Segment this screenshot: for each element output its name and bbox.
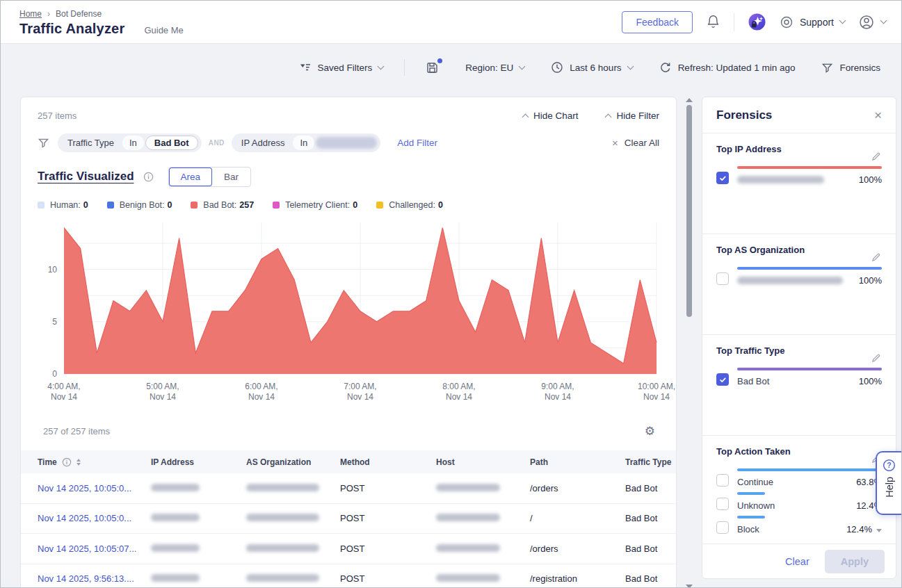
legend-item[interactable]: Telemetry Client:0 xyxy=(273,200,357,210)
column-header-traffic-type: Traffic Type xyxy=(625,457,676,467)
cell-traffic-type: Bad Bot xyxy=(625,573,676,584)
notifications-bell-icon[interactable] xyxy=(706,15,720,29)
forensics-section-title: Top Traffic Type xyxy=(716,343,784,356)
refresh-label: Refresh: Updated 1 min ago xyxy=(678,63,796,73)
save-filter-button[interactable] xyxy=(426,61,439,74)
items-count: 257 items xyxy=(38,111,76,121)
legend-swatch xyxy=(107,202,114,209)
help-label: Help xyxy=(884,477,895,498)
legend-item[interactable]: Bad Bot:257 xyxy=(191,200,254,210)
time-range-dropdown[interactable]: Last 6 hours xyxy=(551,61,632,74)
checkbox[interactable] xyxy=(716,521,729,534)
saved-filters-dropdown[interactable]: Saved Filters xyxy=(299,61,384,74)
edit-pencil-icon[interactable] xyxy=(871,252,882,263)
forensics-toggle[interactable]: Forensics xyxy=(821,62,880,74)
legend-item[interactable]: Benign Bot:0 xyxy=(107,200,172,210)
table-count: 257 of 257 items xyxy=(42,426,110,436)
table-settings-gear-icon[interactable]: ⚙ xyxy=(645,425,655,437)
support-icon xyxy=(780,15,794,29)
filter-chip-ip-address[interactable]: IP Address In xyxy=(232,133,380,152)
info-icon[interactable] xyxy=(143,172,154,182)
question-icon: ? xyxy=(883,459,896,472)
forensics-bar-fill xyxy=(737,368,882,370)
scroll-up-arrow[interactable] xyxy=(686,98,693,102)
svg-text:10:00 AM,: 10:00 AM, xyxy=(638,382,675,391)
breadcrumb-current: Bot Defense xyxy=(56,9,102,19)
cell-time-link[interactable]: Nov 14 2025, 10:05:07... xyxy=(38,544,151,554)
apply-button[interactable]: Apply xyxy=(825,550,885,573)
panel-scrollbar xyxy=(677,97,702,588)
cell-host-masked xyxy=(436,573,530,584)
legend-item[interactable]: Challenged:0 xyxy=(376,200,443,210)
checkbox[interactable] xyxy=(716,474,729,487)
forensics-bar-fill xyxy=(737,468,882,471)
cell-time-link[interactable]: Nov 14 2025, 10:05:0... xyxy=(38,513,151,523)
app-window: Home › Bot Defense Traffic Analyzer Guid… xyxy=(0,0,902,588)
funnel-icon xyxy=(821,62,833,74)
checkbox[interactable] xyxy=(716,373,729,386)
svg-text:6:00 AM,: 6:00 AM, xyxy=(245,382,277,391)
checkbox[interactable] xyxy=(716,272,729,285)
clear-button[interactable]: Clear xyxy=(785,556,810,567)
hide-chart-button[interactable]: Hide Chart xyxy=(523,111,579,121)
cell-traffic-type: Bad Bot xyxy=(625,483,676,493)
ai-assistant-icon[interactable] xyxy=(748,13,766,31)
masked-value xyxy=(737,277,843,284)
checkbox[interactable] xyxy=(716,172,729,184)
chevron-down-icon xyxy=(378,63,385,70)
cell-traffic-type: Bad Bot xyxy=(625,513,676,523)
region-dropdown[interactable]: Region: EU xyxy=(465,63,524,73)
chart-mode-bar[interactable]: Bar xyxy=(212,168,250,186)
account-menu[interactable] xyxy=(858,14,886,31)
guide-me-link[interactable]: Guide Me xyxy=(144,25,183,35)
forensics-section-title: Top AS Organization xyxy=(716,243,805,255)
caret-down-icon[interactable] xyxy=(876,529,882,532)
cell-time-link[interactable]: Nov 14 2025, 10:05:0... xyxy=(38,483,151,493)
filter-chip-traffic-type[interactable]: Traffic Type In Bad Bot xyxy=(58,133,202,152)
scroll-down-arrow[interactable] xyxy=(686,585,693,588)
chevron-down-icon xyxy=(839,17,846,24)
cell-as-org-masked xyxy=(246,513,340,523)
forensics-item: Bad Bot100% xyxy=(716,366,882,387)
forensics-bar xyxy=(737,267,882,270)
forensics-item: Continue63.8% xyxy=(716,466,882,488)
forensics-bar-fill xyxy=(737,492,765,495)
support-label: Support xyxy=(800,17,834,28)
cell-time-link[interactable]: Nov 14 2025, 9:56:13.... xyxy=(38,573,151,584)
hide-filter-button[interactable]: Hide Filter xyxy=(606,111,659,121)
forensics-item-label: Continue xyxy=(737,477,773,487)
scrollbar-thumb[interactable] xyxy=(686,105,692,317)
filter-value-masked[interactable] xyxy=(316,137,377,149)
feedback-button[interactable]: Feedback xyxy=(622,11,692,33)
sort-toggle[interactable] xyxy=(76,459,81,466)
close-icon: × xyxy=(612,138,618,148)
masked-value xyxy=(436,514,500,521)
save-icon xyxy=(426,61,439,74)
cell-ip-masked xyxy=(151,544,246,554)
checkbox[interactable] xyxy=(716,498,729,510)
chart-mode-toggle: Area Bar xyxy=(168,167,252,187)
cell-ip-masked xyxy=(151,573,246,584)
chart-legend: Human:0Benign Bot:0Bad Bot:257Telemetry … xyxy=(38,200,659,210)
svg-text:Nov 14: Nov 14 xyxy=(446,392,472,402)
edit-pencil-icon[interactable] xyxy=(871,151,882,162)
svg-text:Nov 14: Nov 14 xyxy=(643,392,670,402)
clear-all-button[interactable]: × Clear All xyxy=(612,138,659,148)
legend-item[interactable]: Human:0 xyxy=(38,200,88,210)
add-filter-link[interactable]: Add Filter xyxy=(397,138,437,148)
filter-value-bad-bot[interactable]: Bad Bot xyxy=(145,136,198,150)
chart-mode-area[interactable]: Area xyxy=(169,168,213,186)
svg-text:0: 0 xyxy=(52,369,57,379)
unsaved-indicator-dot xyxy=(437,58,442,63)
legend-label: Telemetry Client: xyxy=(285,200,350,210)
help-tab[interactable]: ? Help xyxy=(876,451,901,515)
support-menu[interactable]: Support xyxy=(780,15,845,29)
info-icon[interactable] xyxy=(62,457,72,467)
cell-host-masked xyxy=(436,483,530,493)
edit-pencil-icon[interactable] xyxy=(871,352,882,364)
breadcrumb-home-link[interactable]: Home xyxy=(19,9,42,19)
close-icon[interactable]: × xyxy=(874,108,882,122)
chevron-down-icon xyxy=(627,63,634,70)
svg-text:Nov 14: Nov 14 xyxy=(248,392,275,402)
refresh-button[interactable]: Refresh: Updated 1 min ago xyxy=(659,61,796,74)
